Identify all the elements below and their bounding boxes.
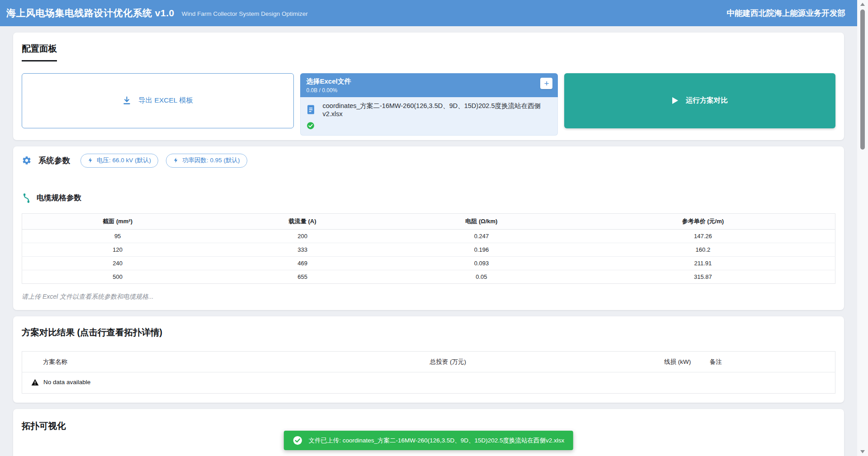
- app-title: 海上风电场集电线路设计优化系统 v1.0: [6, 7, 175, 19]
- uploaded-filename: coordinates_方案二-16MW-260(126,3.5D、9D、15D…: [323, 102, 552, 118]
- col-header-section: 截面 (mm²): [22, 213, 213, 229]
- power-factor-badge: 功率因数: 0.95 (默认): [166, 154, 247, 168]
- toast-message: 文件已上传: coordinates_方案二-16MW-260(126,3.5D…: [309, 437, 564, 445]
- content-area: 配置面板 导出 EXCEL 模板 选择Excel文件 0.0B / 0.00% …: [0, 26, 857, 456]
- vertical-scrollbar[interactable]: [857, 0, 868, 456]
- cell-price: 147.26: [571, 229, 835, 243]
- comparison-results-table: 方案名称 总投资 (万元) 线损 (kW) 备注 No: [22, 351, 835, 394]
- cell-resistance: 0.093: [392, 256, 571, 270]
- file-picker-body: coordinates_方案二-16MW-260(126,3.5D、9D、15D…: [300, 97, 558, 136]
- file-picker-widget[interactable]: 选择Excel文件 0.0B / 0.00% + coordinates_方案二…: [300, 73, 558, 128]
- col-header-resistance: 电阻 (Ω/km): [392, 213, 571, 229]
- system-params-row: 系统参数 电压: 66.0 kV (默认) 功率因数: 0.95 (默认): [22, 154, 835, 168]
- export-button-label: 导出 EXCEL 模板: [138, 96, 193, 105]
- param-badges: 电压: 66.0 kV (默认) 功率因数: 0.95 (默认): [80, 154, 247, 168]
- col-header-remark: 备注: [705, 351, 835, 372]
- cell-resistance: 0.05: [392, 270, 571, 283]
- gear-icon: [22, 155, 32, 165]
- system-params-title: 系统参数: [38, 155, 70, 166]
- col-header-investment: 总投资 (万元): [425, 351, 660, 372]
- file-picker-title: 选择Excel文件: [307, 77, 552, 86]
- cable-table-row: 240 469 0.093 211.91: [22, 256, 835, 270]
- department-label: 中能建西北院海上能源业务开发部: [727, 8, 846, 19]
- comparison-results-title: 方案对比结果 (点击行查看拓扑详情): [22, 326, 835, 338]
- col-header-price: 参考单价 (元/m): [571, 213, 835, 229]
- app-subtitle: Wind Farm Collector System Design Optimi…: [182, 9, 308, 17]
- config-panel-title: 配置面板: [22, 42, 835, 55]
- comparison-results-card: 方案对比结果 (点击行查看拓扑详情) 方案名称 总投资 (万元) 线损 (kW)…: [13, 316, 844, 403]
- upload-hint-text: 请上传 Excel 文件以查看系统参数和电缆规格...: [22, 293, 835, 301]
- results-header-row: 方案名称 总投资 (万元) 线损 (kW) 备注: [22, 351, 835, 372]
- cell-price: 315.87: [571, 270, 835, 283]
- parameters-card: 系统参数 电压: 66.0 kV (默认) 功率因数: 0.95 (默认): [13, 146, 844, 310]
- cable-table-row: 500 655 0.05 315.87: [22, 270, 835, 283]
- toast-check-icon: [293, 436, 302, 445]
- cell-ampacity: 333: [213, 243, 392, 256]
- lightning-icon: [173, 157, 179, 164]
- warning-icon: [31, 379, 39, 386]
- cable-table-row: 95 200 0.247 147.26: [22, 229, 835, 243]
- config-panel-card: 配置面板 导出 EXCEL 模板 选择Excel文件 0.0B / 0.00% …: [13, 33, 844, 140]
- cell-price: 160.2: [571, 243, 835, 256]
- cell-section: 240: [22, 256, 213, 270]
- cable-specs-table: 截面 (mm²) 载流量 (A) 电阻 (Ω/km) 参考单价 (元/m) 95…: [22, 213, 835, 284]
- voltage-badge: 电压: 66.0 kV (默认): [80, 154, 158, 168]
- uploaded-file-row[interactable]: coordinates_方案二-16MW-260(126,3.5D、9D、15D…: [307, 102, 552, 118]
- topology-title: 拓扑可视化: [22, 420, 835, 432]
- cable-specs-title: 电缆规格参数: [37, 193, 81, 203]
- scrollbar-thumb[interactable]: [860, 9, 865, 150]
- cable-icon: [22, 193, 31, 203]
- col-header-line-loss: 线损 (kW): [660, 351, 705, 372]
- add-file-button[interactable]: +: [540, 78, 552, 89]
- file-picker-header: 选择Excel文件 0.0B / 0.00% +: [300, 73, 558, 97]
- upload-progress-text: 0.0B / 0.00%: [307, 87, 552, 94]
- cell-section: 120: [22, 243, 213, 256]
- run-button-label: 运行方案对比: [686, 96, 728, 105]
- heading-underline: [22, 60, 57, 61]
- col-header-ampacity: 载流量 (A): [213, 213, 392, 229]
- lightning-icon: [88, 157, 93, 164]
- voltage-badge-label: 电压: 66.0 kV (默认): [97, 156, 151, 165]
- play-icon: [672, 97, 678, 104]
- config-controls-row: 导出 EXCEL 模板 选择Excel文件 0.0B / 0.00% + c: [22, 73, 835, 128]
- scrollbar-up-arrow-icon[interactable]: [860, 3, 865, 6]
- export-excel-template-button[interactable]: 导出 EXCEL 模板: [22, 73, 294, 128]
- run-comparison-button[interactable]: 运行方案对比: [564, 73, 835, 128]
- scrollbar-down-arrow-icon[interactable]: [860, 450, 865, 453]
- app-header: 海上风电场集电线路设计优化系统 v1.0 Wind Farm Collector…: [0, 0, 857, 26]
- cable-specs-header: 电缆规格参数: [22, 193, 835, 203]
- cell-resistance: 0.196: [392, 243, 571, 256]
- cell-ampacity: 200: [213, 229, 392, 243]
- cell-ampacity: 469: [213, 256, 392, 270]
- cell-resistance: 0.247: [392, 229, 571, 243]
- cable-table-header-row: 截面 (mm²) 载流量 (A) 电阻 (Ω/km) 参考单价 (元/m): [22, 213, 835, 229]
- cell-price: 211.91: [571, 256, 835, 270]
- upload-success-check-icon: [307, 122, 315, 130]
- cell-section: 95: [22, 229, 213, 243]
- no-data-text: No data available: [43, 379, 90, 385]
- col-header-scheme-name: 方案名称: [22, 351, 425, 372]
- file-document-icon: [307, 105, 315, 114]
- cell-section: 500: [22, 270, 213, 283]
- power-factor-badge-label: 功率因数: 0.95 (默认): [182, 156, 240, 165]
- download-icon: [122, 96, 132, 105]
- cable-table-row: 120 333 0.196 160.2: [22, 243, 835, 256]
- upload-success-toast: 文件已上传: coordinates_方案二-16MW-260(126,3.5D…: [284, 431, 573, 450]
- main-page: 海上风电场集电线路设计优化系统 v1.0 Wind Farm Collector…: [0, 0, 857, 456]
- cell-ampacity: 655: [213, 270, 392, 283]
- no-data-row: No data available: [22, 372, 835, 393]
